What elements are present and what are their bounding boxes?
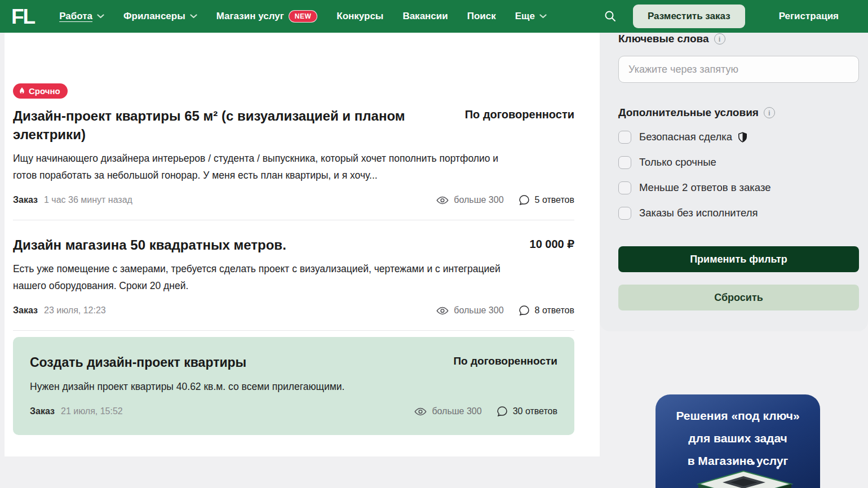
job-time: 21 июля, 15:52	[61, 406, 123, 416]
top-navbar: FL Работа Фрилансеры Магазин услуг NEW К…	[0, 0, 868, 33]
job-title[interactable]: Дизайн-проект квартиры 65 м² (с визуализ…	[13, 107, 430, 144]
chevron-down-icon	[97, 14, 104, 19]
eye-icon	[414, 407, 427, 416]
page: FL Работа Фрилансеры Магазин услуг NEW К…	[0, 0, 868, 488]
job-price: По договоренности	[465, 107, 574, 121]
post-order-button[interactable]: Разместить заказ	[633, 5, 745, 28]
urgent-badge: Срочно	[13, 83, 68, 99]
flame-icon	[19, 87, 25, 95]
job-meta: Заказ 21 июля, 15:52 больше 300 30 ответ…	[30, 406, 557, 417]
checkbox-label-text: Безопасная сделка	[639, 131, 732, 143]
nav-item-label: Работа	[59, 11, 92, 22]
job-meta: Заказ 23 июля, 12:23 больше 300 8 ответо…	[13, 305, 574, 316]
checkbox-box[interactable]	[618, 156, 631, 169]
promo-banner[interactable]: Решения «под ключ» для ваших задач в Маг…	[656, 394, 820, 488]
nav-item-label: Вакансии	[402, 11, 448, 22]
circuit-board-illustration	[667, 459, 808, 488]
job-time: 23 июля, 12:23	[44, 305, 106, 316]
job-list: Срочно Дизайн-проект квартиры 65 м² (с в…	[5, 33, 600, 456]
checkbox-less-2-answers[interactable]: Меньше 2 ответов в заказе	[618, 180, 859, 195]
chevron-down-icon	[539, 14, 547, 19]
keywords-section-label: Ключевые слова i	[618, 33, 859, 45]
job-description: Ищу начинающего дизайнера интерьеров / с…	[13, 150, 517, 184]
nav-item-freelancery[interactable]: Фрилансеры	[123, 11, 197, 22]
reset-filter-button[interactable]: Сбросить	[618, 285, 859, 310]
order-label: Заказ	[13, 195, 38, 205]
conditions-section-label: Дополнительные условия i	[618, 107, 859, 119]
checkbox-box[interactable]	[618, 181, 631, 194]
views-count: больше 300	[432, 406, 481, 416]
promo-line: Решения «под ключ»	[656, 405, 820, 427]
answers-stat: 8 ответов	[519, 305, 574, 316]
checkbox-label: Меньше 2 ответов в заказе	[639, 181, 771, 194]
chat-bubble-icon	[519, 194, 530, 206]
nav-item-rabota[interactable]: Работа	[59, 11, 104, 22]
job-title[interactable]: Дизайн магазина 50 квадратных метров.	[13, 236, 286, 254]
nav-item-label: Конкурсы	[336, 11, 383, 22]
checkbox-box[interactable]	[618, 131, 631, 144]
nav-item-label: Фрилансеры	[123, 11, 185, 22]
order-label: Заказ	[13, 305, 38, 316]
views-stat: больше 300	[436, 195, 503, 205]
checkbox-label: Безопасная сделка	[639, 131, 747, 143]
job-description: Есть уже помещение с замерами, требуется…	[13, 260, 523, 294]
promo-line: для ваших задач	[656, 427, 820, 450]
nav-item-esche[interactable]: Еще	[515, 11, 547, 22]
job-price: По договоренности	[453, 353, 557, 367]
checkbox-urgent-only[interactable]: Только срочные	[618, 155, 859, 170]
nav-item-label: Поиск	[467, 11, 496, 22]
keywords-label-text: Ключевые слова	[618, 33, 709, 45]
job-title[interactable]: Создать дизайн-проект квартиры	[30, 353, 246, 372]
divider	[13, 330, 574, 331]
views-count: больше 300	[454, 305, 503, 316]
new-badge: NEW	[289, 10, 318, 23]
chat-bubble-icon	[497, 406, 508, 417]
info-icon[interactable]: i	[764, 107, 775, 118]
views-count: больше 300	[454, 195, 503, 205]
nav-item-magazin-uslug[interactable]: Магазин услуг NEW	[216, 10, 318, 23]
registration-link[interactable]: Регистрация	[779, 11, 839, 22]
nav-item-konkursy[interactable]: Конкурсы	[336, 11, 383, 22]
checkbox-box[interactable]	[618, 207, 631, 220]
views-stat: больше 300	[436, 305, 503, 316]
nav-item-poisk[interactable]: Поиск	[467, 11, 496, 22]
main-nav: Работа Фрилансеры Магазин услуг NEW Конк…	[59, 10, 547, 23]
job-price: 10 000 ₽	[530, 236, 574, 251]
checkbox-label: Заказы без исполнителя	[639, 207, 758, 219]
info-icon[interactable]: i	[714, 33, 725, 45]
nav-item-label: Магазин услуг	[216, 11, 284, 22]
answers-stat: 5 ответов	[519, 194, 574, 206]
job-meta: Заказ 1 час 36 минут назад больше 300 5 …	[13, 194, 574, 206]
apply-filter-button[interactable]: Применить фильтр	[618, 246, 859, 272]
nav-item-vakansii[interactable]: Вакансии	[402, 11, 448, 22]
order-label: Заказ	[30, 406, 55, 416]
answers-stat: 30 ответов	[497, 406, 557, 417]
job-listing-highlighted[interactable]: Создать дизайн-проект квартиры По догово…	[13, 337, 574, 435]
answers-count: 30 ответов	[513, 406, 557, 416]
answers-count: 5 ответов	[535, 195, 574, 205]
views-stat: больше 300	[414, 406, 481, 416]
answers-count: 8 ответов	[535, 305, 574, 316]
checkbox-label: Только срочные	[639, 156, 716, 168]
navbar-right: Разместить заказ Регистрация	[604, 5, 839, 28]
filter-sidebar: Ключевые слова i Дополнительные условия …	[600, 33, 868, 331]
keywords-input[interactable]	[618, 56, 859, 83]
checkbox-no-performer[interactable]: Заказы без исполнителя	[618, 206, 859, 220]
chevron-down-icon	[190, 14, 197, 19]
job-time: 1 час 36 минут назад	[44, 195, 132, 205]
shield-icon	[738, 132, 747, 143]
eye-icon	[436, 196, 449, 205]
nav-item-label: Еще	[515, 11, 535, 22]
checkbox-label-text: Меньше 2 ответов в заказе	[639, 181, 771, 194]
checkbox-label-text: Заказы без исполнителя	[639, 207, 758, 219]
checkbox-safe-deal[interactable]: Безопасная сделка	[618, 130, 859, 144]
checkbox-label-text: Только срочные	[639, 156, 716, 168]
job-listing[interactable]: Срочно Дизайн-проект квартиры 65 м² (с в…	[13, 33, 574, 220]
conditions-label-text: Дополнительные условия	[618, 107, 759, 119]
chat-bubble-icon	[519, 305, 530, 316]
eye-icon	[436, 307, 449, 315]
job-description: Нужен дизайн проект квартиры 40.62 кв.м.…	[30, 378, 537, 395]
job-listing[interactable]: Дизайн магазина 50 квадратных метров. 10…	[13, 220, 574, 331]
search-icon[interactable]	[604, 10, 617, 23]
fl-logo[interactable]: FL	[11, 6, 34, 27]
